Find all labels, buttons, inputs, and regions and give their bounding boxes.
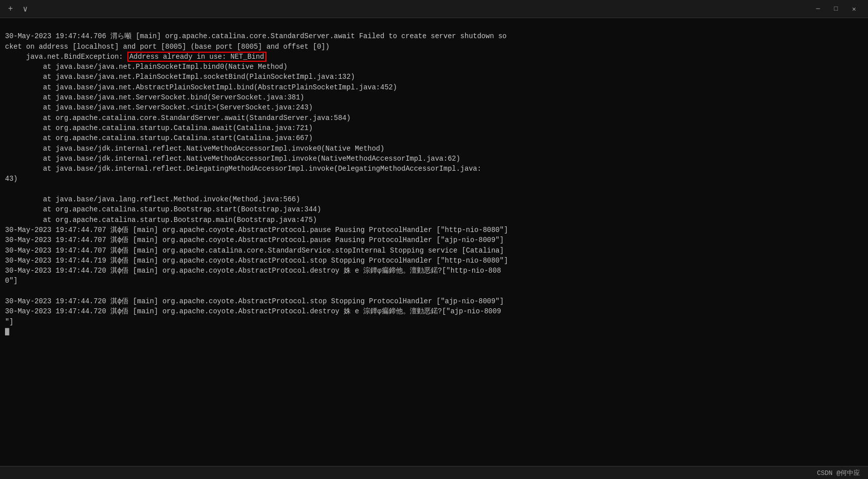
minimize-button[interactable]: ─ (809, 0, 827, 18)
new-tab-button[interactable]: + (5, 4, 16, 15)
maximize-button[interactable]: □ (827, 0, 845, 18)
terminal-output: 30-May-2023 19:47:44.706 渭ら噸 [main] org.… (0, 18, 868, 466)
status-label: CSDN @何中应 (817, 468, 860, 477)
title-bar-left: + ∨ (5, 3, 31, 15)
title-bar: + ∨ ─ □ ✕ (0, 0, 868, 18)
window-controls: ─ □ ✕ (809, 0, 863, 18)
cursor: █ (5, 328, 9, 336)
close-button[interactable]: ✕ (845, 0, 863, 18)
highlighted-error: Address already in use: NET_Bind (127, 52, 266, 62)
status-bar: CSDN @何中应 (0, 466, 868, 479)
tab-dropdown-button[interactable]: ∨ (20, 3, 31, 15)
